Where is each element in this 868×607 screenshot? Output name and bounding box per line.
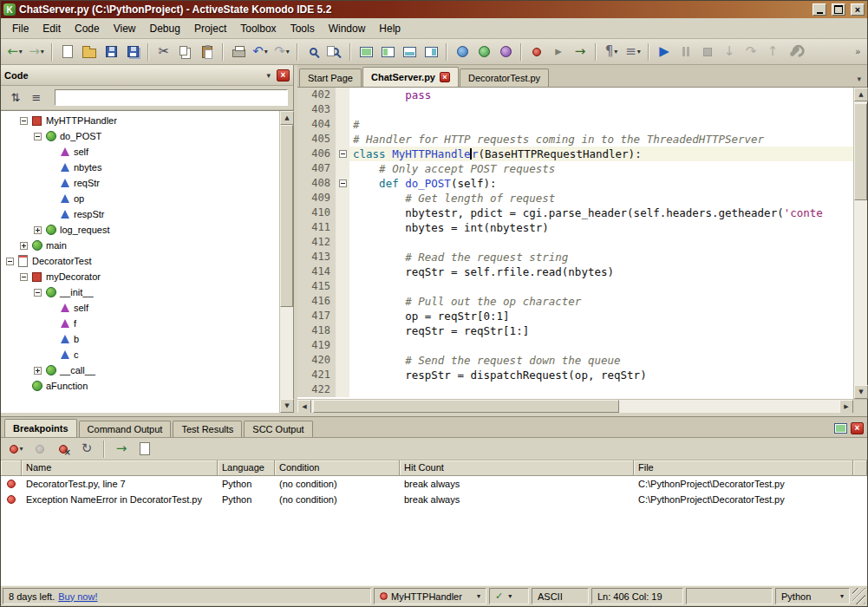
line-number[interactable]: 420 <box>297 353 336 368</box>
line-number[interactable]: 406 <box>297 147 336 161</box>
menu-item-code[interactable]: Code <box>69 20 106 37</box>
fold-margin[interactable] <box>336 220 349 235</box>
record-macro-button[interactable] <box>526 42 547 62</box>
show-right-pane-button[interactable] <box>421 42 441 62</box>
menu-item-tools[interactable]: Tools <box>284 20 321 37</box>
fold-toggle-icon[interactable] <box>339 150 347 158</box>
code-line[interactable]: 419 <box>297 338 853 353</box>
scroll-up-icon[interactable]: ▲ <box>280 111 294 125</box>
tab-breakpoints[interactable]: Breakpoints <box>4 419 77 437</box>
code-line[interactable]: 402 pass <box>297 88 853 102</box>
undo-dropdown-icon[interactable]: ▾ <box>264 48 268 55</box>
code-line[interactable]: 416 # Pull out the op character <box>297 294 853 309</box>
tree-item-myhttphandler[interactable]: MyHTTPHandler <box>1 113 279 128</box>
chevron-down-icon[interactable]: ▾ <box>840 592 844 600</box>
fold-margin[interactable] <box>336 323 349 338</box>
show-bottom-pane-button[interactable] <box>399 42 420 62</box>
code-line[interactable]: 409 # Get length of request <box>297 191 853 206</box>
code-filter-input[interactable] <box>55 89 288 106</box>
line-number[interactable]: 403 <box>297 102 336 117</box>
menu-item-window[interactable]: Window <box>323 20 372 37</box>
line-number[interactable]: 422 <box>297 382 336 397</box>
back-dropdown-icon[interactable]: ▾ <box>19 48 23 55</box>
line-number[interactable]: 417 <box>297 309 336 323</box>
tab-chatserver-py[interactable]: ChatServer.py× <box>362 67 459 87</box>
code-line[interactable]: 412 <box>297 235 853 250</box>
fold-toggle-icon[interactable] <box>339 179 347 187</box>
go-to-source-button[interactable]: → <box>111 439 132 460</box>
find-in-files-button[interactable] <box>324 42 345 62</box>
bottom-panel-close-button[interactable]: × <box>851 422 864 434</box>
code-line[interactable]: 417 op = reqStr[0:1] <box>297 309 853 323</box>
tree-item-decoratortest[interactable]: DecoratorTest <box>1 253 279 269</box>
fold-margin[interactable] <box>336 353 349 368</box>
code-line[interactable]: 414 reqStr = self.rfile.read(nbytes) <box>297 264 853 279</box>
code-editor[interactable]: 402 pass403404#405# Handler for HTTP req… <box>297 88 853 399</box>
chevron-down-icon[interactable]: ▾ <box>508 592 512 600</box>
expand-toggle-icon[interactable] <box>34 226 42 234</box>
fold-margin[interactable] <box>336 309 349 323</box>
print-button[interactable] <box>228 42 249 62</box>
scroll-thumb[interactable] <box>854 103 867 200</box>
tab-close-icon[interactable]: × <box>440 72 450 82</box>
code-line[interactable]: 408 def do_POST(self): <box>297 176 853 191</box>
fold-margin[interactable] <box>336 176 349 191</box>
fold-margin[interactable] <box>336 147 349 161</box>
tree-scrollbar[interactable]: ▲ ▼ <box>279 111 293 413</box>
code-line[interactable]: 407 # Only accept POST requests <box>297 161 853 176</box>
new-breakpoint-button[interactable]: ▾ <box>6 439 27 460</box>
menu-item-edit[interactable]: Edit <box>36 20 67 37</box>
go-button[interactable]: ▶ <box>654 42 675 62</box>
new-file-button[interactable] <box>57 42 78 62</box>
line-number[interactable]: 415 <box>297 279 336 294</box>
fold-margin[interactable] <box>336 102 349 117</box>
collapse-toggle-icon[interactable] <box>34 289 42 297</box>
fold-margin[interactable] <box>336 206 349 220</box>
redo-dropdown-icon[interactable]: ▾ <box>286 48 290 55</box>
open-remote-file-button[interactable] <box>473 42 494 62</box>
fold-margin[interactable] <box>336 382 349 397</box>
line-number[interactable]: 409 <box>297 191 336 206</box>
breakpoint-properties-button[interactable] <box>134 439 155 460</box>
scroll-track[interactable] <box>311 400 839 413</box>
tab-list-button[interactable]: ▾ <box>857 75 865 87</box>
scroll-down-icon[interactable]: ▼ <box>280 399 294 413</box>
forward-button[interactable]: →▾ <box>26 42 47 62</box>
tree-item-main[interactable]: main <box>1 238 279 253</box>
code-line[interactable]: 411 nbytes = int(nbytestr) <box>297 220 853 235</box>
refresh-breakpoints-button[interactable]: ↻ <box>76 439 97 460</box>
line-number[interactable]: 414 <box>297 264 336 279</box>
line-number[interactable]: 404 <box>297 117 336 132</box>
collapse-toggle-icon[interactable] <box>34 133 42 140</box>
tree-item-op[interactable]: op <box>1 191 279 206</box>
tab-scc-output[interactable]: SCC Output <box>244 421 312 437</box>
toolbar-overflow-button[interactable]: » <box>852 47 864 56</box>
toggle-whitespace-button[interactable]: ¶▾ <box>601 42 622 62</box>
fold-margin[interactable] <box>336 294 349 309</box>
code-line[interactable]: 420 # Send the request down the queue <box>297 353 853 368</box>
show-left-pane-button[interactable] <box>377 42 398 62</box>
scroll-right-icon[interactable]: ▶ <box>839 400 853 414</box>
tree-item-c[interactable]: c <box>1 347 279 362</box>
fold-margin[interactable] <box>336 338 349 353</box>
scroll-track[interactable] <box>854 101 867 385</box>
breakpoint-row[interactable]: Exception NameError in DecoratorTest.pyP… <box>1 492 867 507</box>
fold-margin[interactable] <box>336 279 349 294</box>
expand-toggle-icon[interactable] <box>34 367 42 375</box>
tab-decoratortest-py[interactable]: DecoratorTest.py <box>460 69 549 87</box>
column-header-icon[interactable] <box>1 460 22 475</box>
minimize-button[interactable] <box>813 3 826 16</box>
resize-grip[interactable] <box>852 588 865 604</box>
scroll-up-icon[interactable]: ▲ <box>854 88 868 101</box>
tree-item-log-request[interactable]: log_request <box>1 222 279 238</box>
line-number[interactable]: 402 <box>297 88 336 102</box>
scope-selector[interactable]: MyHTTPHandler ▾ <box>374 588 486 604</box>
source-control-button[interactable] <box>495 42 516 62</box>
fold-margin[interactable] <box>336 264 349 279</box>
sort-button[interactable]: ⇅ <box>6 89 25 107</box>
back-button[interactable]: ←▾ <box>4 42 25 62</box>
redo-button[interactable]: ↷▾ <box>271 42 292 62</box>
code-line[interactable]: 418 reqStr = reqStr[1:] <box>297 323 853 338</box>
save-all-button[interactable] <box>122 42 143 62</box>
view-options-button[interactable]: ≡ <box>27 89 46 107</box>
